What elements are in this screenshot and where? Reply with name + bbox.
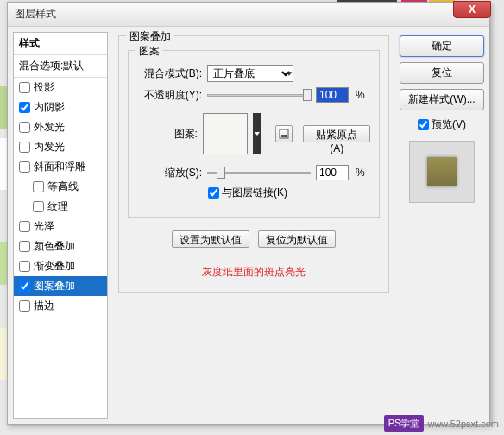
preview-label: 预览(V) [432,117,466,132]
slider-thumb[interactable] [217,167,225,179]
sidebar-item-inner-glow[interactable]: 内发光 [14,137,107,157]
sidebar-item-drop-shadow[interactable]: 投影 [14,78,107,98]
percent-label: % [356,167,365,179]
sidebar-item-label: 内发光 [34,140,65,154]
checkbox-gradient-overlay[interactable] [19,261,30,272]
reset-default-button[interactable]: 复位为默认值 [258,230,336,248]
sidebar-item-label: 颜色叠加 [34,239,75,254]
preview-box [409,141,475,203]
pattern-group: 图案 混合模式(B): 正片叠底 不透明度(Y): [128,50,380,218]
opacity-input[interactable] [316,87,349,103]
preview-checkbox[interactable] [418,119,429,130]
scale-label: 缩放(S): [137,166,202,180]
group-title: 图案 [135,44,163,59]
sidebar-item-label: 外发光 [34,120,65,135]
blend-mode-select[interactable]: 正片叠底 [207,65,293,82]
new-pattern-button[interactable] [275,125,293,142]
cancel-button[interactable]: 复位 [400,62,484,84]
styles-sidebar: 样式 混合选项:默认 投影 内阴影 外发光 内发光 斜面和浮雕 [13,32,108,419]
pattern-dropdown[interactable] [253,113,261,154]
slider-thumb[interactable] [303,89,312,101]
sidebar-item-label: 投影 [34,80,54,95]
ok-button[interactable]: 确定 [400,35,484,57]
sidebar-item-outer-glow[interactable]: 外发光 [14,117,107,137]
svg-rect-1 [281,135,287,137]
sidebar-item-label: 光泽 [34,219,54,234]
opacity-label: 不透明度(Y): [137,88,202,103]
sidebar-item-color-overlay[interactable]: 颜色叠加 [14,236,107,256]
pattern-swatch[interactable] [203,113,248,154]
main-panel: 图案叠加 图案 混合模式(B): 正片叠底 不透明度(Y): [113,32,394,419]
sidebar-item-label: 等高线 [47,180,79,194]
checkbox-inner-glow[interactable] [19,142,30,153]
checkbox-inner-shadow[interactable] [19,102,30,113]
sidebar-item-texture[interactable]: 纹理 [14,197,107,217]
preview-swatch [427,157,457,186]
sidebar-item-contour[interactable]: 等高线 [14,177,107,197]
scale-input[interactable] [316,165,349,180]
new-preset-icon [279,129,289,139]
checkbox-satin[interactable] [19,221,30,232]
checkbox-color-overlay[interactable] [19,241,30,252]
sidebar-item-pattern-overlay[interactable]: 图案叠加 [14,276,107,296]
checkbox-outer-glow[interactable] [19,122,30,133]
sidebar-item-inner-shadow[interactable]: 内阴影 [14,98,107,117]
sidebar-item-label: 斜面和浮雕 [34,160,85,174]
percent-label: % [356,89,365,101]
checkbox-texture[interactable] [33,201,44,212]
right-column: 确定 复位 新建样式(W)... 预览(V) [400,32,484,419]
sidebar-item-bevel-emboss[interactable]: 斜面和浮雕 [14,157,107,177]
checkbox-contour[interactable] [33,181,44,192]
titlebar[interactable]: 图层样式 X [8,3,489,27]
close-icon: X [469,3,476,16]
scale-slider[interactable] [207,172,311,174]
sidebar-item-label: 纹理 [47,199,68,214]
annotation-text: 灰度纸里面的斑点亮光 [128,265,380,280]
sidebar-item-gradient-overlay[interactable]: 渐变叠加 [14,256,107,276]
sidebar-blending-options[interactable]: 混合选项:默认 [14,54,107,78]
watermark-badge: PS学堂 [384,415,425,432]
checkbox-bevel-emboss[interactable] [19,161,30,173]
opacity-slider[interactable] [207,94,311,97]
sidebar-item-label: 渐变叠加 [34,259,75,274]
sidebar-item-label: 图案叠加 [34,279,75,293]
layer-style-dialog: 图层样式 X 样式 混合选项:默认 投影 内阴影 外发光 内发光 [7,2,490,425]
watermark: PS学堂 www.52psxt.com [384,415,499,432]
dialog-title: 图层样式 [15,7,56,22]
snap-origin-button[interactable]: 贴紧原点(A) [303,125,370,142]
pattern-overlay-section: 图案叠加 图案 混合模式(B): 正片叠底 不透明度(Y): [118,35,389,293]
make-default-button[interactable]: 设置为默认值 [172,230,249,248]
watermark-url: www.52psxt.com [427,419,499,429]
sidebar-item-label: 描边 [34,299,54,313]
new-style-button[interactable]: 新建样式(W)... [400,89,484,110]
close-button[interactable]: X [453,1,491,18]
blend-mode-label: 混合模式(B): [137,66,202,81]
checkbox-drop-shadow[interactable] [19,82,30,93]
link-with-layer-label: 与图层链接(K) [222,186,287,200]
link-with-layer-checkbox[interactable] [208,187,219,199]
sidebar-item-satin[interactable]: 光泽 [14,217,107,236]
pattern-label: 图案: [137,127,198,142]
checkbox-stroke[interactable] [19,300,30,312]
checkbox-pattern-overlay[interactable] [19,281,30,292]
sidebar-item-label: 内阴影 [34,100,65,115]
sidebar-item-stroke[interactable]: 描边 [14,296,107,316]
section-title: 图案叠加 [126,29,174,44]
sidebar-header: 样式 [14,33,107,54]
